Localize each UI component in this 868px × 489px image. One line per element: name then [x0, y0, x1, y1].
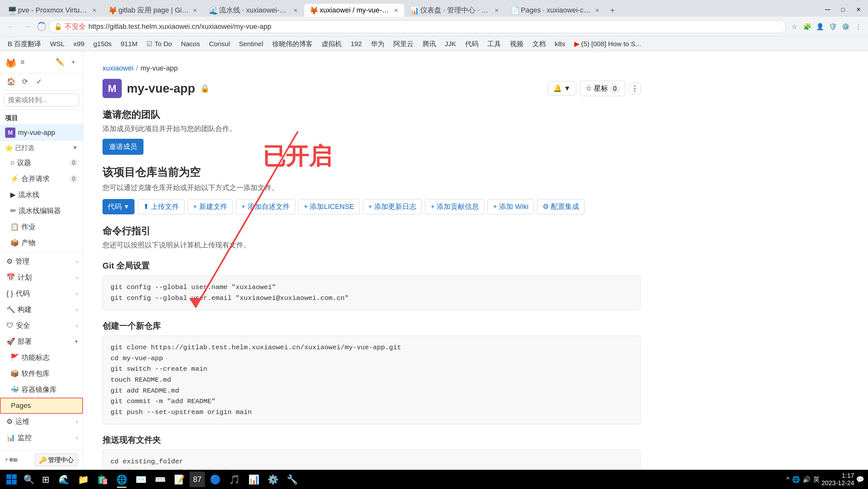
- taskbar-app-87[interactable]: 87: [190, 472, 205, 487]
- taskbar-search-button[interactable]: 🔍: [22, 472, 36, 486]
- sidebar-nav-monitor[interactable]: 📊 监控 ›: [0, 430, 83, 446]
- tab-5[interactable]: 📊 仪表盘 · 管理中心 · GitLab ✕: [405, 4, 505, 17]
- sidebar-nav-ops[interactable]: ⚙ 运维 ›: [0, 414, 83, 430]
- bookmark-star-icon[interactable]: ☆: [788, 21, 800, 32]
- bookmark-code[interactable]: 代码: [461, 37, 483, 50]
- taskbar-app-edge[interactable]: 🌊: [55, 470, 73, 488]
- config-ci-button[interactable]: ⚙ 配置集成: [537, 199, 585, 214]
- sidebar-new-icon[interactable]: ✏️: [54, 56, 66, 68]
- bookmark-blog[interactable]: 徐晓伟的博客: [269, 37, 316, 50]
- gitlab-logo[interactable]: [4, 55, 18, 69]
- sidebar-nav-packages[interactable]: 📦 软件包库: [0, 366, 83, 381]
- taskbar-app-explorer[interactable]: 📁: [74, 470, 92, 488]
- tab-5-close[interactable]: ✕: [493, 7, 500, 13]
- code-button[interactable]: 代码 ▼: [102, 199, 134, 214]
- notification-center-icon[interactable]: 💬: [856, 476, 864, 483]
- taskbar-app-browser[interactable]: 🌐: [113, 470, 131, 488]
- tab-6-close[interactable]: ✕: [594, 7, 600, 13]
- bookmark-tools[interactable]: 工具: [484, 37, 505, 50]
- sidebar-search-input[interactable]: [4, 94, 79, 106]
- forward-button[interactable]: →: [21, 20, 35, 34]
- bookmark-tencent[interactable]: 腾讯: [418, 37, 440, 50]
- taskbar-app-unknown2[interactable]: 🔧: [283, 470, 301, 488]
- sidebar-nav-plan[interactable]: 📅 计划 ›: [0, 270, 83, 285]
- taskbar-app-unknown1[interactable]: 📊: [245, 470, 262, 488]
- add-contrib-button[interactable]: + 添加贡献信息: [425, 199, 484, 214]
- tab-3-close[interactable]: ✕: [292, 7, 299, 13]
- systray-network-icon[interactable]: 🌐: [792, 476, 800, 483]
- bookmark-vm[interactable]: 虚拟机: [318, 37, 346, 50]
- bookmark-nacos[interactable]: Nacos: [177, 38, 204, 50]
- add-license-button[interactable]: + 添加LICENSE: [299, 199, 360, 214]
- bookmark-911m[interactable]: 911M: [117, 38, 142, 50]
- bookmark-g150s[interactable]: g150s: [89, 38, 115, 50]
- sidebar-todo-icon[interactable]: ✓: [33, 76, 45, 88]
- sidebar-nav-feature-flags[interactable]: 🚩 功能标志: [0, 349, 83, 366]
- sidebar-nav-artifacts[interactable]: 📦 产物: [0, 235, 83, 251]
- bookmark-video[interactable]: 视频: [506, 37, 527, 50]
- more-actions-button[interactable]: ⋮: [629, 83, 641, 94]
- systray-up-icon[interactable]: ^: [786, 476, 789, 483]
- bookmark-k8s[interactable]: k8s: [551, 38, 569, 50]
- sidebar-nav-pipeline[interactable]: ▶ 流水线: [0, 187, 83, 203]
- taskbar-app-vscode[interactable]: 📝: [170, 470, 188, 488]
- new-file-button[interactable]: + 新建文件: [188, 199, 233, 214]
- star-button[interactable]: ☆ 星标 0: [580, 81, 625, 96]
- tab-3[interactable]: 🌊 流水线 · xuxiaowei-com-cn × ✕: [204, 4, 304, 17]
- new-tab-button[interactable]: +: [606, 4, 619, 17]
- profile-icon[interactable]: 👤: [814, 21, 826, 32]
- breadcrumb-parent-link[interactable]: xuxiaowei: [102, 64, 133, 72]
- taskbar-app-mail[interactable]: ✉️: [132, 470, 150, 488]
- settings-menu-icon[interactable]: ⋮: [852, 21, 864, 32]
- tab-2-close[interactable]: ✕: [191, 7, 198, 13]
- bookmark-sentinel[interactable]: Sentinel: [235, 38, 267, 50]
- systray-lang[interactable]: 英: [813, 475, 819, 484]
- systray-speaker-icon[interactable]: 🔊: [803, 476, 811, 483]
- taskbar-taskview-button[interactable]: ⊞: [38, 472, 53, 486]
- sidebar-nav-container-registry[interactable]: 🐳 容器镜像库: [0, 381, 83, 398]
- add-changelog-button[interactable]: + 添加更新日志: [363, 199, 422, 214]
- sidebar-nav-build[interactable]: 🔨 构建 ›: [0, 302, 83, 317]
- address-bar[interactable]: 🔓 不安全 https://gitlab.test.helm.xuxiaowei…: [49, 20, 786, 33]
- sidebar-compose-icon[interactable]: +: [68, 56, 79, 68]
- start-button[interactable]: [4, 472, 19, 487]
- tab-1[interactable]: 🖥️ pve - Proxmox Virtual Enviro... ✕: [3, 4, 102, 17]
- kaspersky-icon[interactable]: 🛡️: [827, 21, 839, 32]
- bookmark-192[interactable]: 192: [347, 38, 366, 50]
- sidebar-nav-deploy[interactable]: 🚀 部署 ▾: [0, 334, 83, 349]
- tab-4-close[interactable]: ✕: [393, 7, 399, 13]
- add-wiki-button[interactable]: + 添加 Wiki: [488, 199, 534, 214]
- bookmark-jjk[interactable]: JJK: [441, 38, 460, 50]
- bookmark-todo[interactable]: ☑ To Do: [143, 38, 176, 50]
- sidebar-nav-admin[interactable]: ⚙ 管理 ›: [0, 253, 83, 270]
- invite-button[interactable]: 邀请成员: [102, 139, 144, 155]
- bookmark-huawei[interactable]: 华为: [367, 37, 388, 50]
- upload-file-button[interactable]: ⬆ 上传文件: [138, 199, 185, 214]
- back-button[interactable]: ←: [4, 20, 18, 34]
- sidebar-nav-issues[interactable]: ○ 议题 0: [0, 155, 83, 171]
- sidebar-nav-pages[interactable]: Pages: [0, 398, 83, 414]
- bookmark-wsl[interactable]: WSL: [46, 38, 68, 50]
- minimize-button[interactable]: ─: [820, 4, 835, 16]
- taskbar-app-chrome[interactable]: 🔵: [206, 470, 224, 488]
- tab-4[interactable]: 🦊 xuxiaowei / my-vue-app · Gi... ✕: [304, 4, 404, 17]
- bookmark-docs[interactable]: 文档: [528, 37, 550, 50]
- maximize-button[interactable]: □: [836, 4, 850, 16]
- pinned-section[interactable]: ⭐ 已打选 ▼: [0, 141, 83, 155]
- tab-6[interactable]: 📄 Pages · xuxiaowei-com-cn / ... ✕: [505, 4, 606, 17]
- sidebar-expand-icon[interactable]: ≡: [21, 58, 25, 66]
- taskbar-app-terminal[interactable]: ⌨️: [151, 470, 169, 488]
- sidebar-merge-icon[interactable]: ⟳: [19, 76, 31, 88]
- taskbar-app-music[interactable]: 🎵: [225, 470, 243, 488]
- taskbar-app-settings[interactable]: ⚙️: [264, 470, 282, 488]
- manage-center-button[interactable]: 🔑 管理中心: [35, 453, 78, 466]
- sidebar-nav-jobs[interactable]: 📋 作业: [0, 219, 83, 235]
- bookmark-baidu-translate[interactable]: B 百度翻译: [4, 37, 45, 50]
- bookmark-consul[interactable]: Consul: [205, 38, 234, 50]
- add-readme-button[interactable]: + 添加自述文件: [236, 199, 295, 214]
- taskbar-app-store[interactable]: 🛍️: [94, 470, 112, 488]
- extensions-icon[interactable]: 🧩: [801, 21, 813, 32]
- tab-1-close[interactable]: ✕: [91, 7, 97, 13]
- help-section[interactable]: ? 帮助: [5, 457, 18, 463]
- sidebar-nav-mergerequests[interactable]: ⚡ 合并请求 0: [0, 171, 83, 187]
